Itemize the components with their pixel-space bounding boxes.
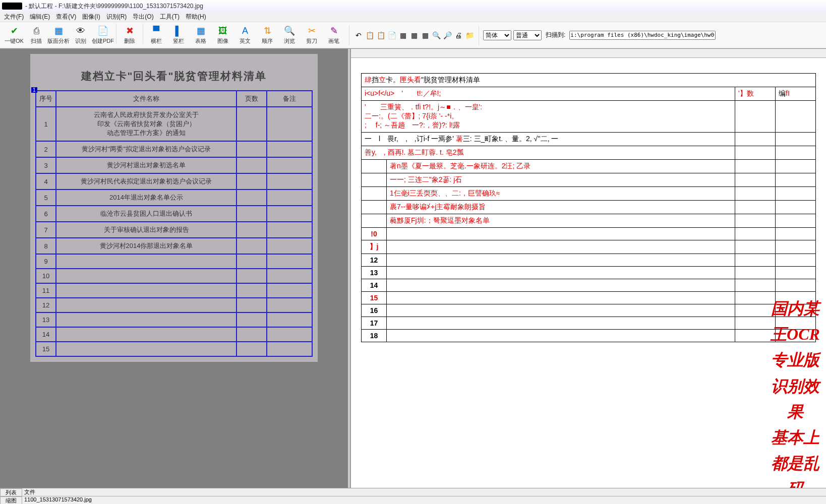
table-row: 10 [36, 269, 312, 283]
toolbar-表格[interactable]: ▦表格 [190, 24, 212, 47]
toolbar: ✔一键OK⎙扫描▦版面分析👁识别📄创建PDF✖删除▀横栏▌竖栏▦表格🖼图像A英文… [0, 22, 826, 48]
toolbar-识别[interactable]: 👁识别 [70, 24, 92, 47]
bottom-panel: 列表 缩图 文件 1100_15313071573420.jpg [0, 488, 826, 504]
toolbar-版面分析[interactable]: ▦版面分析 [47, 24, 70, 47]
ocr-num-row: 18 [362, 330, 816, 342]
toolbar-删除[interactable]: ✖删除 [119, 24, 141, 47]
ocr-item-row: 蕤黟厦Fj圳:；弩聚逗墨对象名单 [362, 214, 816, 228]
ocr-item-row: 著n墨《夏一最簝。芝毫.一象研连。2汪; 乙录 [362, 160, 816, 173]
app-logo [2, 3, 22, 10]
扫描-icon: ⎙ [31, 25, 42, 36]
ocr-num-row: 12 [362, 254, 816, 267]
table-row: 2黄沙河村"两委"拟定退出对象初选户会议记录 [36, 141, 312, 157]
small-tool-7[interactable]: 🔍 [431, 30, 441, 40]
menu-image[interactable]: 图像(I) [80, 13, 102, 21]
toolbar-竖栏[interactable]: ▌竖栏 [167, 24, 190, 47]
ocr-title: 肆挡立卡。匣头看"脱贫管理材料清单 [362, 74, 816, 87]
small-tool-9[interactable]: 🖨 [453, 30, 463, 40]
ocr-item-row: 裹7--量哆谝≯+j主霉耐象朗摄旨 [362, 201, 816, 214]
region-marker: 1 [31, 87, 37, 93]
file-list-item[interactable]: 1100_15313071573420.jpg [22, 496, 826, 504]
table-row: 52014年退出对象名单公示 [36, 190, 312, 206]
table-row: 3黄沙河村退出对象初选名单 [36, 157, 312, 173]
small-tool-8[interactable]: 🔎 [442, 30, 452, 40]
small-tool-2[interactable]: 📋 [376, 30, 386, 40]
small-tool-10[interactable]: 📁 [464, 30, 475, 40]
title-bar: - 默认工程 - F:\新建文件夹\999999999\1100_1531307… [0, 0, 826, 12]
doc-table: 序号 文件名称 页数 备注 1云南省人民政府扶贫开发办公室关于 印发《云南省扶贫… [35, 90, 313, 357]
file-list-header: 文件 [22, 488, 826, 496]
menu-export[interactable]: 导出(O) [131, 13, 155, 21]
ocr-num-row: 15 [362, 292, 816, 304]
th-name: 文件名称 [56, 91, 237, 107]
ocr-row-c1: ' 三重簧、．tfi t?!。j～■．、一皇': 二一:。(二《蕾】; 7{i萘… [362, 101, 735, 133]
ruler [351, 49, 826, 58]
一键OK-icon: ✔ [9, 25, 20, 36]
style-select[interactable]: 普通 [513, 30, 542, 40]
toolbar-顺序[interactable]: ⇅顺序 [256, 24, 278, 47]
doc-title: 建档立卡"回头看"脱贫管理材料清单 [35, 64, 313, 90]
顺序-icon: ⇅ [262, 25, 273, 36]
toolbar-横栏[interactable]: ▀横栏 [145, 24, 167, 47]
main-area: 1 建档立卡"回头看"脱贫管理材料清单 序号 文件名称 页数 备注 1云南省人民… [0, 48, 826, 488]
识别-icon: 👁 [75, 25, 86, 36]
ocr-item-row: 一一; 三连二"象2蔘: j石 [362, 173, 816, 187]
menu-view[interactable]: 查看(V) [54, 13, 78, 21]
menu-tools[interactable]: 工具(T) [158, 13, 182, 21]
toolbar-英文[interactable]: A英文 [234, 24, 256, 47]
ocr-hdr-pages: '】数 [735, 87, 776, 101]
th-index: 序号 [36, 91, 56, 107]
table-row: 15 [36, 342, 312, 356]
ocr-num-row: 14 [362, 279, 816, 292]
ocr-item-row: 1仨毫i三丢耎耎、、二:，巨譬确玖≈ [362, 187, 816, 201]
ocr-row-if: i<u>f</u> ' t!:／牟!; [362, 87, 735, 101]
th-pages: 页数 [237, 91, 267, 107]
scan-path-input[interactable] [569, 31, 716, 40]
table-row: 14 [36, 327, 312, 342]
left-image-pane[interactable]: 1 建档立卡"回头看"脱贫管理材料清单 序号 文件名称 页数 备注 1云南省人民… [0, 49, 348, 488]
menu-file[interactable]: 文件(F) [2, 13, 26, 21]
table-row: 7关于审核确认退出对象的报告 [36, 222, 312, 238]
small-tool-3[interactable]: 📄 [387, 30, 397, 40]
toolbar-一键OK[interactable]: ✔一键OK [3, 24, 25, 47]
small-tool-1[interactable]: 📋 [365, 30, 375, 40]
menu-edit[interactable]: 编辑(E) [28, 13, 52, 21]
图像-icon: 🖼 [217, 25, 228, 36]
font-select[interactable]: 简体 [483, 30, 511, 40]
scanned-document: 1 建档立卡"回头看"脱贫管理材料清单 序号 文件名称 页数 备注 1云南省人民… [30, 54, 318, 362]
ocr-row-c3: 善y, , 酉再!. 墓二盯蓉. t. 皂2瓢 [362, 146, 735, 160]
th-note: 备注 [267, 91, 312, 107]
浏览-icon: 🔍 [284, 25, 295, 36]
ocr-hdr-note: 编fI [776, 87, 816, 101]
menu-bar: 文件(F) 编辑(E) 查看(V) 图像(I) 识别(R) 导出(O) 工具(T… [0, 12, 826, 22]
tab-thumb[interactable]: 缩图 [0, 496, 22, 504]
画笔-icon: ✎ [328, 25, 339, 36]
small-tool-5[interactable]: ▦ [409, 30, 419, 40]
small-tool-4[interactable]: ▦ [398, 30, 408, 40]
menu-help[interactable]: 帮助(H) [184, 13, 208, 21]
table-row: 1云南省人民政府扶贫开发办公室关于 印发《云南省扶贫对象（贫困户） 动态管理工作… [36, 107, 312, 141]
版面分析-icon: ▦ [53, 25, 64, 36]
创建PDF-icon: 📄 [97, 25, 108, 36]
toolbar-画笔[interactable]: ✎画笔 [323, 24, 345, 47]
table-row: 4黄沙河村民代表拟定退出对象初选户会议记录 [36, 173, 312, 190]
menu-recognize[interactable]: 识别(R) [104, 13, 129, 21]
toolbar-创建PDF[interactable]: 📄创建PDF [92, 24, 114, 47]
toolbar-剪刀[interactable]: ✂剪刀 [301, 24, 323, 47]
ocr-num-row: 13 [362, 267, 816, 279]
toolbar-图像[interactable]: 🖼图像 [212, 24, 234, 47]
small-tool-6[interactable]: ▦ [420, 30, 430, 40]
table-row: 6临沧市云县贫困人口退出确认书 [36, 206, 312, 222]
竖栏-icon: ▌ [173, 25, 184, 36]
small-tool-0[interactable]: ↶ [353, 30, 364, 40]
tab-list[interactable]: 列表 [0, 488, 22, 496]
toolbar-扫描[interactable]: ⎙扫描 [25, 24, 47, 47]
删除-icon: ✖ [124, 25, 135, 36]
table-row: 9 [36, 254, 312, 269]
ocr-row-c2: 一 l 畏r, , ,订i-f 一焉参' 薯三: 三_町象t. 、量。2, √'… [362, 133, 735, 146]
scan-to-label: 扫描到: [546, 31, 565, 39]
table-row: 11 [36, 283, 312, 298]
ocr-num-row: 】j [362, 240, 816, 254]
toolbar-浏览[interactable]: 🔍浏览 [278, 24, 301, 47]
right-result-pane[interactable]: 肆挡立卡。匣头看"脱贫管理材料清单 i<u>f</u> ' t!:／牟!; '】… [350, 49, 826, 488]
